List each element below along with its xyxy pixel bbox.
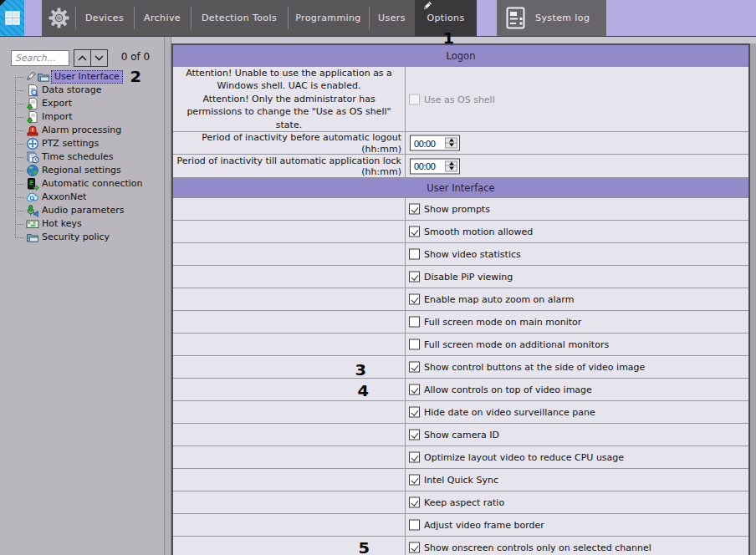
- apps-grid-icon: [5, 11, 20, 25]
- spinner-buttons: [445, 160, 457, 171]
- spin-down-button[interactable]: [446, 166, 457, 171]
- checkbox[interactable]: [409, 520, 420, 531]
- checkbox[interactable]: [409, 407, 420, 418]
- row-disable-pip-viewing: Disable PiP viewing: [173, 266, 748, 288]
- tree-item-alarm-processing[interactable]: Alarm processing: [0, 124, 164, 137]
- tab-users-label: Users: [378, 13, 406, 23]
- checkbox-label: Hide date on video surveillance pane: [424, 407, 595, 418]
- empty-label-cell: [173, 266, 406, 288]
- tree-item-label: Automatic connection: [42, 178, 143, 189]
- user-interface-rows: Show promptsSmooth motion allowedShow vi…: [173, 198, 748, 555]
- checkbox[interactable]: [409, 384, 420, 395]
- empty-label-cell: [173, 469, 406, 491]
- checkbox[interactable]: [409, 339, 420, 350]
- chevron-down-icon: [94, 55, 104, 61]
- tree-branch-stub: [15, 90, 25, 91]
- tree-item-label: Security policy: [42, 232, 110, 242]
- checkbox[interactable]: [409, 317, 420, 328]
- tree-item-axxonnet[interactable]: AxxonNet: [0, 191, 164, 204]
- value-cell: Enable map auto zoom on alarm: [406, 288, 748, 310]
- checkbox-label: Show video statistics: [424, 249, 521, 260]
- search-next-button[interactable]: [90, 49, 108, 67]
- tree-branch-stub: [15, 184, 25, 185]
- sidebar-splitter[interactable]: [164, 37, 171, 555]
- checkbox[interactable]: [409, 542, 420, 553]
- tree-item-hot-keys[interactable]: Hot keys: [0, 217, 164, 231]
- tab-devices-label: Devices: [85, 13, 124, 23]
- empty-label-cell: [173, 243, 406, 265]
- empty-label-cell: [173, 334, 406, 355]
- row-hide-date-on-video-surveillance-pane: Hide date on video surveillance pane: [173, 401, 748, 424]
- checkbox[interactable]: [409, 204, 420, 215]
- tree-item-time-schedules[interactable]: Time schedules: [0, 150, 164, 164]
- folder-icon: [26, 231, 39, 247]
- tree-item-security-policy[interactable]: Security policy: [0, 231, 164, 244]
- tree-branch-stub: [15, 144, 25, 145]
- triangle-down-icon: [449, 166, 454, 170]
- checkbox[interactable]: [409, 497, 420, 508]
- tree-branch-stub: [15, 237, 25, 238]
- tree-item-regional-settings[interactable]: Regional settings: [0, 164, 164, 177]
- checkbox[interactable]: [409, 475, 420, 486]
- tree-branch-stub: [15, 224, 25, 225]
- logout-period-unit: (hh:mm): [202, 143, 401, 155]
- tab-devices[interactable]: Devices: [75, 0, 134, 36]
- checkbox-label: Show control buttons at the side of vide…: [424, 362, 645, 373]
- toolbar-accent-strip: [24, 0, 42, 36]
- lock-period-value-cell: 00:00: [406, 155, 748, 177]
- value-cell: Intel Quick Sync: [406, 469, 748, 491]
- row-intel-quick-sync: Intel Quick Sync: [173, 469, 748, 491]
- callout-1: 1: [442, 33, 454, 44]
- tree-branch-stub: [15, 104, 25, 104]
- checkbox[interactable]: [409, 249, 420, 260]
- tab-programming[interactable]: Programming: [288, 0, 369, 36]
- search-match-counter: 0 of 0: [115, 51, 156, 63]
- tree-item-export[interactable]: Export: [0, 97, 164, 110]
- search-previous-button[interactable]: [74, 49, 91, 67]
- tree-item-ptz-settings[interactable]: PTZ settings: [0, 137, 164, 150]
- tab-separator: [288, 7, 289, 29]
- value-cell: Allow controls on top of video image: [406, 379, 748, 400]
- checkbox[interactable]: [409, 272, 420, 283]
- checkbox[interactable]: [409, 362, 420, 373]
- tree-item-label: AxxonNet: [42, 191, 86, 202]
- row-full-screen-mode-on-additional-monitors: Full screen mode on additional monitors: [173, 334, 748, 356]
- search-input[interactable]: [11, 50, 69, 66]
- tree-branch-stub: [15, 130, 25, 131]
- tree-item-data-storage[interactable]: Data storage: [0, 84, 164, 97]
- lock-period-spinbox[interactable]: 00:00: [410, 158, 460, 174]
- main-menu-button[interactable]: [0, 0, 24, 36]
- checkbox[interactable]: [409, 294, 420, 305]
- checkbox[interactable]: [409, 452, 420, 463]
- logout-period-spinbox[interactable]: 00:00: [410, 135, 460, 151]
- attention-line: Attention! Unable to use the application…: [186, 67, 392, 80]
- value-cell: Keep aspect ratio: [406, 491, 748, 513]
- checkbox-label: Allow controls on top of video image: [424, 384, 592, 395]
- tree-item-import[interactable]: Import: [0, 110, 164, 124]
- attention-line: Attention! Only the administrator has: [202, 93, 375, 106]
- system-log-button[interactable]: System log: [497, 0, 606, 36]
- tree-item-audio-parameters[interactable]: Audio parameters: [0, 204, 164, 217]
- tab-archive-label: Archive: [144, 13, 181, 23]
- attention-line: permissions to change the "Use as OS she…: [186, 105, 391, 119]
- tab-programming-label: Programming: [295, 13, 361, 23]
- tab-detection-tools[interactable]: Detection Tools: [191, 0, 288, 36]
- gear-icon: [49, 8, 69, 28]
- top-toolbar: Devices Archive Detection Tools Programm…: [0, 0, 756, 36]
- tree-item-label: Audio parameters: [42, 205, 125, 216]
- checkbox[interactable]: [409, 430, 420, 440]
- tab-archive[interactable]: Archive: [134, 0, 191, 36]
- os-shell-checkbox: [409, 94, 420, 104]
- tree-item-label: Import: [42, 111, 73, 122]
- settings-gear-button[interactable]: [42, 0, 75, 36]
- callout-4: 4: [357, 385, 369, 397]
- tree-item-automatic-connection[interactable]: Automatic connection: [0, 177, 164, 191]
- row-lock-period: Period of inactivity till automatic appl…: [173, 155, 748, 178]
- spin-down-button[interactable]: [446, 143, 457, 148]
- panel-top-strip: [171, 37, 756, 43]
- system-log-icon: [506, 7, 525, 29]
- checkbox-label: Disable PiP viewing: [424, 272, 513, 283]
- tab-users[interactable]: Users: [369, 0, 415, 36]
- tab-separator: [191, 7, 192, 29]
- checkbox[interactable]: [409, 227, 420, 237]
